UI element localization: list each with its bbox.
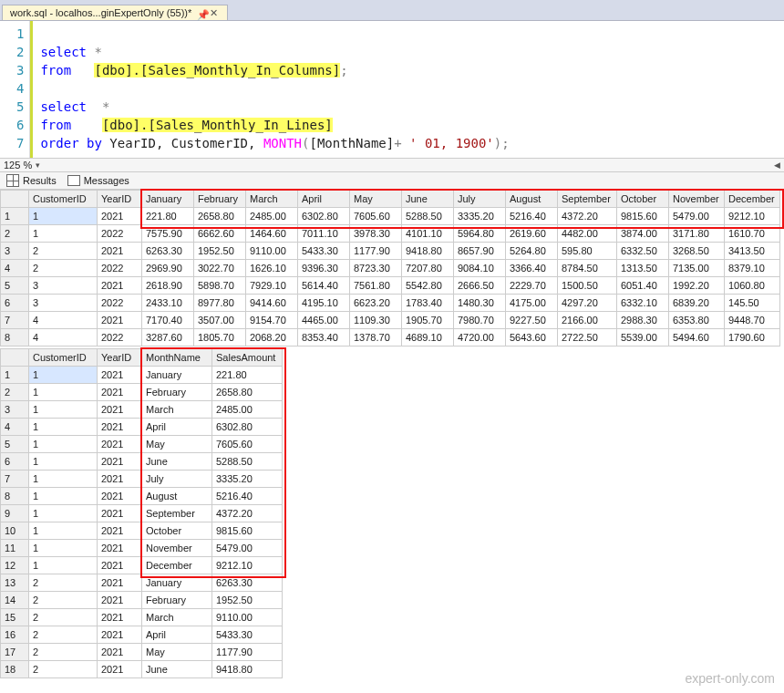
table-row[interactable]: 1012021October9815.60 bbox=[1, 522, 283, 540]
data-cell[interactable]: 2658.80 bbox=[212, 384, 283, 401]
data-cell[interactable]: 9212.10 bbox=[212, 557, 283, 574]
data-cell[interactable]: 2988.30 bbox=[617, 312, 669, 329]
col-header-april[interactable]: April bbox=[298, 191, 350, 208]
data-cell[interactable]: 1 bbox=[29, 453, 98, 471]
rownum-cell[interactable]: 6 bbox=[1, 295, 29, 312]
rownum-cell[interactable]: 9 bbox=[1, 505, 29, 522]
rownum-cell[interactable]: 14 bbox=[1, 592, 29, 609]
data-cell[interactable]: 2 bbox=[29, 609, 98, 626]
data-cell[interactable]: 3413.50 bbox=[725, 243, 780, 260]
data-cell[interactable]: 1480.30 bbox=[454, 295, 506, 312]
data-cell[interactable]: May bbox=[142, 644, 212, 661]
data-cell[interactable]: 1 bbox=[29, 505, 98, 522]
data-cell[interactable]: 5433.30 bbox=[298, 243, 350, 260]
data-cell[interactable]: 4101.10 bbox=[402, 225, 454, 243]
table-row[interactable]: 112021221.802658.802485.006302.807605.60… bbox=[1, 208, 780, 225]
data-cell[interactable]: 1805.70 bbox=[194, 329, 246, 346]
data-cell[interactable]: 1790.60 bbox=[725, 329, 780, 346]
rownum-cell[interactable]: 18 bbox=[1, 661, 29, 678]
data-cell[interactable]: 2021 bbox=[98, 208, 142, 225]
data-cell[interactable]: 4372.20 bbox=[558, 208, 617, 225]
table-row[interactable]: 1212021December9212.10 bbox=[1, 557, 283, 574]
data-cell[interactable]: 4689.10 bbox=[402, 329, 454, 346]
tab-results[interactable]: Results bbox=[4, 173, 59, 188]
table-row[interactable]: 912021September4372.20 bbox=[1, 505, 283, 522]
data-cell[interactable]: 9212.10 bbox=[725, 208, 780, 225]
data-cell[interactable]: 2433.10 bbox=[142, 295, 194, 312]
col-header-salesamount[interactable]: SalesAmount bbox=[212, 349, 283, 367]
data-cell[interactable]: 4175.00 bbox=[506, 295, 558, 312]
data-cell[interactable]: 5479.00 bbox=[669, 208, 725, 225]
data-cell[interactable]: 9110.00 bbox=[212, 609, 283, 626]
data-cell[interactable]: 6051.40 bbox=[617, 277, 669, 295]
data-cell[interactable]: 2 bbox=[29, 260, 98, 277]
data-cell[interactable]: 5964.80 bbox=[454, 225, 506, 243]
data-cell[interactable]: March bbox=[142, 401, 212, 419]
data-cell[interactable]: 7929.10 bbox=[246, 277, 298, 295]
data-cell[interactable]: 2068.20 bbox=[246, 329, 298, 346]
col-header-june[interactable]: June bbox=[402, 191, 454, 208]
table-row[interactable]: 412021April6302.80 bbox=[1, 419, 283, 436]
rownum-cell[interactable]: 7 bbox=[1, 312, 29, 329]
data-cell[interactable]: 595.80 bbox=[558, 243, 617, 260]
data-cell[interactable]: 4482.00 bbox=[558, 225, 617, 243]
data-cell[interactable]: 1313.50 bbox=[617, 260, 669, 277]
data-cell[interactable]: 3 bbox=[29, 277, 98, 295]
col-header-customerid[interactable]: CustomerID bbox=[29, 191, 98, 208]
rownum-header[interactable] bbox=[1, 349, 29, 367]
data-cell[interactable]: 6839.20 bbox=[669, 295, 725, 312]
chevron-down-icon[interactable]: ▾ bbox=[36, 160, 40, 170]
data-cell[interactable]: 6302.80 bbox=[298, 208, 350, 225]
data-cell[interactable]: 2021 bbox=[98, 488, 142, 505]
data-cell[interactable]: 1 bbox=[29, 367, 98, 384]
data-cell[interactable]: 6263.30 bbox=[142, 243, 194, 260]
data-cell[interactable]: 2021 bbox=[98, 574, 142, 592]
data-cell[interactable]: 4 bbox=[29, 312, 98, 329]
data-cell[interactable]: 5643.60 bbox=[506, 329, 558, 346]
table-row[interactable]: 1422021February1952.50 bbox=[1, 592, 283, 609]
data-cell[interactable]: 5494.60 bbox=[669, 329, 725, 346]
data-cell[interactable]: 2021 bbox=[98, 522, 142, 540]
data-cell[interactable]: 2658.80 bbox=[194, 208, 246, 225]
data-cell[interactable]: 2022 bbox=[98, 329, 142, 346]
data-cell[interactable]: 2229.70 bbox=[506, 277, 558, 295]
data-cell[interactable]: 9448.70 bbox=[725, 312, 780, 329]
data-cell[interactable]: December bbox=[142, 557, 212, 574]
col-header-may[interactable]: May bbox=[350, 191, 402, 208]
data-cell[interactable]: 9418.80 bbox=[212, 661, 283, 678]
col-header-october[interactable]: October bbox=[617, 191, 669, 208]
data-cell[interactable]: 2021 bbox=[98, 384, 142, 401]
data-cell[interactable]: 6353.80 bbox=[669, 312, 725, 329]
col-header-september[interactable]: September bbox=[558, 191, 617, 208]
data-cell[interactable]: 9110.00 bbox=[246, 243, 298, 260]
rownum-cell[interactable]: 12 bbox=[1, 557, 29, 574]
col-header-december[interactable]: December bbox=[725, 191, 780, 208]
data-cell[interactable]: 4720.00 bbox=[454, 329, 506, 346]
data-cell[interactable]: 2021 bbox=[98, 419, 142, 436]
data-cell[interactable]: 1 bbox=[29, 225, 98, 243]
data-cell[interactable]: 5216.40 bbox=[506, 208, 558, 225]
data-cell[interactable]: 2618.90 bbox=[142, 277, 194, 295]
data-cell[interactable]: 2 bbox=[29, 644, 98, 661]
data-cell[interactable]: 3366.40 bbox=[506, 260, 558, 277]
data-cell[interactable]: 6302.80 bbox=[212, 419, 283, 436]
rownum-cell[interactable]: 2 bbox=[1, 225, 29, 243]
col-header-yearid[interactable]: YearID bbox=[98, 191, 142, 208]
rownum-cell[interactable]: 11 bbox=[1, 540, 29, 557]
pin-icon[interactable]: 📌 bbox=[197, 9, 204, 16]
data-cell[interactable]: 221.80 bbox=[212, 367, 283, 384]
table-row[interactable]: 6320222433.108977.809414.604195.106623.2… bbox=[1, 295, 780, 312]
table-row[interactable]: 112021January221.80 bbox=[1, 367, 283, 384]
data-cell[interactable]: 1610.70 bbox=[725, 225, 780, 243]
rownum-cell[interactable]: 5 bbox=[1, 277, 29, 295]
data-cell[interactable]: 7980.70 bbox=[454, 312, 506, 329]
rownum-cell[interactable]: 1 bbox=[1, 208, 29, 225]
data-cell[interactable]: 1060.80 bbox=[725, 277, 780, 295]
data-cell[interactable]: 3335.20 bbox=[212, 471, 283, 488]
col-header-august[interactable]: August bbox=[506, 191, 558, 208]
data-cell[interactable]: 2021 bbox=[98, 540, 142, 557]
data-cell[interactable]: 2485.00 bbox=[246, 208, 298, 225]
data-cell[interactable]: 2485.00 bbox=[212, 401, 283, 419]
data-cell[interactable]: 5542.80 bbox=[402, 277, 454, 295]
results-grid-2[interactable]: CustomerIDYearIDMonthNameSalesAmount1120… bbox=[0, 348, 283, 678]
